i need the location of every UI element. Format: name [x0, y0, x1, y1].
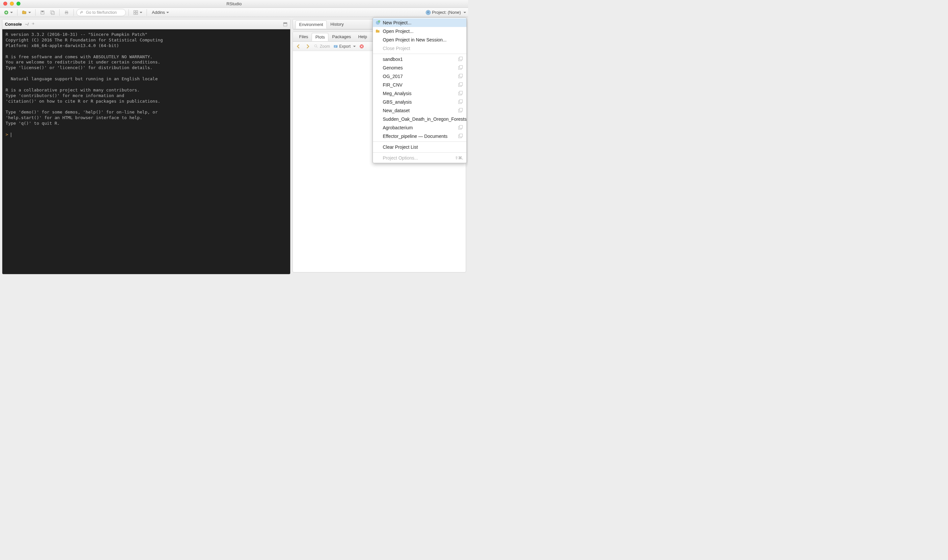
menu-recent-project[interactable]: Genomes	[373, 63, 466, 72]
project-menu: New Project... Open Project... Open Proj…	[372, 17, 467, 163]
open-new-window-icon[interactable]	[458, 99, 463, 105]
workspace-panes-button[interactable]	[131, 9, 144, 16]
svg-rect-32	[460, 100, 462, 103]
svg-rect-24	[460, 66, 462, 68]
tab-environment[interactable]: Environment	[295, 20, 327, 29]
save-all-button[interactable]	[48, 9, 57, 16]
console-output[interactable]: R version 3.3.2 (2016-10-31) -- "Sincere…	[2, 29, 290, 274]
project-dropdown-button[interactable]: R Project: (None)	[426, 10, 466, 15]
maximize-pane-icon[interactable]	[283, 22, 287, 27]
open-new-window-icon[interactable]	[458, 82, 463, 88]
zoom-button[interactable]: Zoom	[314, 44, 330, 49]
zoom-icon	[314, 44, 318, 49]
menu-separator	[373, 54, 466, 54]
open-new-window-icon[interactable]	[458, 91, 463, 96]
save-button[interactable]	[38, 9, 47, 16]
menu-shortcut: ⇧⌘,	[455, 155, 463, 160]
tab-packages[interactable]: Packages	[329, 32, 354, 41]
chevron-down-icon	[353, 46, 356, 47]
svg-rect-3	[50, 11, 53, 14]
titlebar: RStudio	[0, 0, 468, 8]
menu-recent-project[interactable]: OG_2017	[373, 72, 466, 81]
open-project-icon	[375, 29, 380, 34]
svg-point-16	[315, 45, 317, 47]
chevron-down-icon	[463, 12, 466, 13]
export-button[interactable]: Export	[333, 44, 356, 49]
go-to-file-placeholder: Go to file/function	[86, 10, 117, 15]
menu-recent-project[interactable]: Agrobacterium	[373, 123, 466, 132]
menu-recent-project[interactable]: FIR_CNV	[373, 81, 466, 89]
open-new-window-icon[interactable]	[458, 125, 463, 130]
addins-button[interactable]: Addins	[150, 9, 171, 16]
chevron-down-icon	[28, 12, 31, 13]
open-new-window-icon[interactable]	[458, 57, 463, 62]
svg-rect-26	[460, 74, 462, 77]
window-minimize-button[interactable]	[10, 2, 14, 6]
menu-separator	[373, 142, 466, 142]
menu-recent-project[interactable]: Meg_Analysis	[373, 89, 466, 98]
project-label-text: Project: (None)	[432, 10, 461, 15]
console-tabbar: Console ~/	[2, 19, 290, 29]
svg-rect-7	[66, 13, 68, 14]
svg-rect-28	[460, 83, 462, 86]
svg-rect-30	[460, 91, 462, 94]
svg-rect-6	[66, 11, 68, 12]
svg-rect-38	[460, 125, 462, 128]
svg-rect-40	[460, 134, 462, 137]
svg-rect-9	[136, 11, 138, 12]
tab-files[interactable]: Files	[295, 32, 312, 41]
tab-history[interactable]: History	[327, 20, 347, 28]
menu-new-project[interactable]: New Project...	[373, 18, 466, 27]
go-to-file-input[interactable]: Go to file/function	[76, 9, 126, 16]
open-recent-button[interactable]	[20, 9, 32, 16]
menu-close-project: Close Project	[373, 44, 466, 53]
svg-rect-11	[136, 13, 138, 14]
svg-rect-2	[42, 11, 43, 12]
open-new-window-icon[interactable]	[458, 65, 463, 71]
chevron-down-icon	[166, 12, 169, 13]
menu-recent-project[interactable]: sandbox1	[373, 55, 466, 63]
plot-next-icon[interactable]	[305, 43, 310, 49]
window-zoom-button[interactable]	[17, 2, 20, 6]
tab-plots[interactable]: Plots	[312, 33, 329, 41]
export-icon	[333, 44, 338, 49]
cursor	[11, 132, 11, 137]
window-close-button[interactable]	[3, 2, 7, 6]
svg-rect-8	[134, 11, 135, 12]
console-prompt: >	[6, 132, 8, 137]
chevron-down-icon	[10, 12, 13, 13]
svg-rect-34	[460, 108, 462, 111]
remove-plot-icon[interactable]	[359, 44, 364, 49]
main-toolbar: Go to file/function Addins R Project: (N…	[0, 8, 468, 17]
console-tab[interactable]: Console ~/	[5, 22, 29, 27]
svg-rect-10	[134, 13, 135, 14]
open-new-window-icon[interactable]	[458, 108, 463, 113]
print-button[interactable]	[62, 9, 71, 16]
menu-open-project-new-session[interactable]: Open Project in New Session...	[373, 35, 466, 44]
plot-prev-icon[interactable]	[295, 43, 301, 49]
menu-clear-project-list[interactable]: Clear Project List	[373, 143, 466, 151]
svg-rect-4	[51, 12, 54, 14]
svg-rect-22	[460, 57, 462, 60]
share-icon	[80, 11, 84, 14]
open-new-window-icon[interactable]	[458, 74, 463, 79]
menu-project-options: Project Options... ⇧⌘,	[373, 154, 466, 162]
menu-recent-project[interactable]: GBS_analysis	[373, 98, 466, 106]
popout-icon[interactable]	[31, 22, 36, 26]
addins-label: Addins	[152, 10, 165, 15]
menu-recent-project[interactable]: Sudden_Oak_Death_in_Oregon_Forests	[373, 115, 466, 123]
chevron-down-icon	[140, 12, 142, 13]
menu-recent-project[interactable]: Effector_pipeline — Documents	[373, 132, 466, 140]
console-path: ~/	[25, 22, 29, 27]
window-title: RStudio	[226, 1, 241, 6]
new-file-button[interactable]	[2, 9, 14, 16]
svg-text:R: R	[427, 11, 429, 14]
tab-help[interactable]: Help	[354, 32, 371, 41]
svg-rect-15	[284, 22, 287, 24]
menu-separator	[373, 152, 466, 153]
project-icon: R	[426, 10, 431, 15]
menu-recent-project[interactable]: New_dataset	[373, 106, 466, 115]
menu-open-project[interactable]: Open Project...	[373, 27, 466, 35]
open-new-window-icon[interactable]	[458, 134, 463, 139]
new-project-icon	[375, 20, 380, 25]
